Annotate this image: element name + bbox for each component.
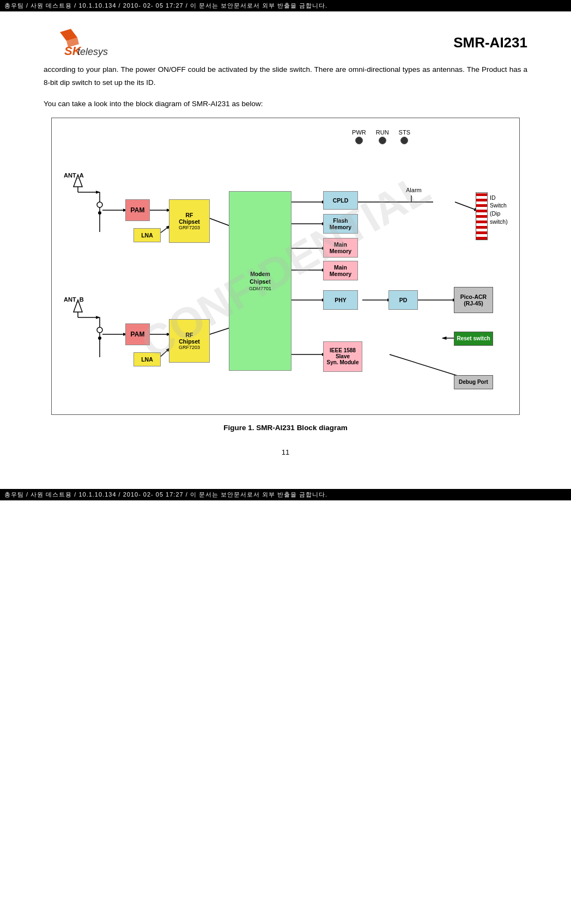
indicators-row: PWR RUN STS xyxy=(63,129,410,144)
modem-line3: GDM7701 xyxy=(249,286,271,291)
mem-bottom-line1: Main xyxy=(334,264,347,271)
svg-point-12 xyxy=(97,202,102,207)
id-switch-block xyxy=(476,192,488,240)
ant-a-label: ANT_A xyxy=(64,172,84,179)
rf-bottom-line3: GRF7203 xyxy=(179,345,200,350)
rf-bottom-line2: Chipset xyxy=(179,338,200,345)
mem-top-line2: Memory xyxy=(330,248,351,254)
pwr-label: PWR xyxy=(352,129,366,136)
pam-bottom-block: PAM xyxy=(125,323,150,345)
intro-paragraph: according to your plan. The power ON/OFF… xyxy=(44,63,527,90)
rj45-line1: Pico-ACR xyxy=(460,293,487,300)
ieee-line1: IEEE 1588 xyxy=(330,347,356,353)
rj45-block: Pico-ACR (RJ-45) xyxy=(454,287,493,313)
pd-block: PD xyxy=(388,290,418,310)
flash-line2: Memory xyxy=(330,224,351,230)
main-memory-top-block: Main Memory xyxy=(323,238,358,258)
ieee-line2: Slave xyxy=(336,353,350,359)
figure-caption: Figure 1. SMR-AI231 Block diagram xyxy=(44,424,527,432)
svg-text:telesys: telesys xyxy=(77,46,108,57)
svg-line-39 xyxy=(455,202,477,210)
rf-top-line2: Chipset xyxy=(179,218,200,225)
ieee-block: IEEE 1588 Slave Syn. Module xyxy=(323,341,362,372)
run-led xyxy=(379,137,386,144)
reset-switch-block: Reset switch xyxy=(454,332,493,346)
svg-line-18 xyxy=(210,218,232,227)
diagram-inner: ANT_A ANT_B PAM PAM RF Chipset GRF7203 R… xyxy=(63,148,509,403)
pwr-led xyxy=(355,137,363,144)
watermark-top: 총우팀 / 사원 데스트용 / 10.1.10.134 / 2010- 02- … xyxy=(0,0,571,11)
pwr-indicator: PWR xyxy=(352,129,366,144)
page-number: 11 xyxy=(44,448,527,456)
svg-point-22 xyxy=(98,336,101,340)
flash-memory-block: Flash Memory xyxy=(323,214,358,234)
alarm-label: Alarm xyxy=(406,187,422,193)
flash-line1: Flash xyxy=(333,217,348,224)
product-title: SMR-AI231 xyxy=(453,34,527,51)
watermark-bottom: 총우팀 / 사원 데스트용 / 10.1.10.134 / 2010- 02- … xyxy=(0,489,571,500)
diagram-intro-text: You can take a look into the block diagr… xyxy=(44,100,527,108)
debug-port-block: Debug Port xyxy=(454,375,493,389)
main-memory-bottom-block: Main Memory xyxy=(323,261,358,280)
pam-top-block: PAM xyxy=(125,199,150,221)
lna-top-block: LNA xyxy=(133,228,161,242)
lna-bottom-block: LNA xyxy=(133,352,161,366)
svg-line-27 xyxy=(210,327,232,334)
logo-area: SK telesys xyxy=(44,28,109,58)
cpld-block: CPLD xyxy=(323,191,358,210)
id-switch-label: ID Switch (Dip switch) xyxy=(490,194,509,226)
sk-logo-icon: SK telesys xyxy=(44,28,109,58)
rf-bottom-line1: RF xyxy=(186,332,193,338)
ant-b-label: ANT_B xyxy=(64,296,84,303)
svg-point-21 xyxy=(97,327,102,333)
sts-led xyxy=(400,137,408,144)
mem-bottom-line2: Memory xyxy=(330,271,351,277)
svg-point-13 xyxy=(98,211,101,215)
sts-label: STS xyxy=(399,129,410,136)
rf-top-block: RF Chipset GRF7203 xyxy=(169,199,210,243)
modem-line1: Modem xyxy=(250,271,270,277)
sts-indicator: STS xyxy=(399,129,410,144)
rf-bottom-block: RF Chipset GRF7203 xyxy=(169,319,210,363)
run-label: RUN xyxy=(376,129,389,136)
modem-chipset-block: Modem Chipset GDM7701 xyxy=(229,191,291,371)
ieee-line3: Syn. Module xyxy=(327,359,359,365)
rf-top-line1: RF xyxy=(186,212,193,218)
rf-top-line3: GRF7203 xyxy=(179,225,200,230)
mem-top-line1: Main xyxy=(334,241,347,248)
header-row: SK telesys SMR-AI231 xyxy=(44,28,527,58)
phy-block: PHY xyxy=(323,290,358,310)
modem-line2: Chipset xyxy=(250,278,271,285)
block-diagram: PWR RUN STS xyxy=(51,118,520,415)
run-indicator: RUN xyxy=(376,129,389,144)
rj45-line2: (RJ-45) xyxy=(464,300,483,307)
